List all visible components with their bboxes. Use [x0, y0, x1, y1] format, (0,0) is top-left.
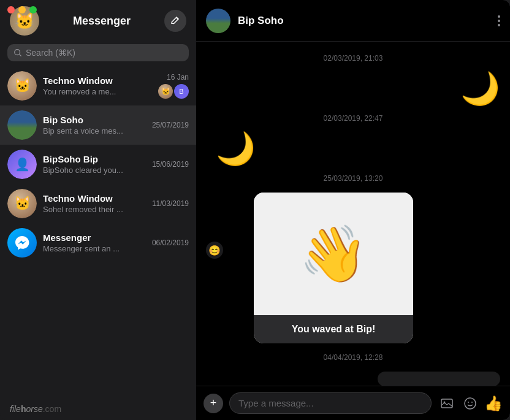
emoji-message: 🌙 [216, 132, 256, 164]
conv-meta: 06/02/2019 [152, 239, 189, 247]
conv-name: BipSoho Bip [43, 154, 146, 164]
chat-header-avatar [206, 9, 230, 33]
conv-content: BipSoho Bip BipSoho cleared you... [43, 154, 146, 175]
conv-name: Techno Window [43, 75, 152, 86]
conv-preview: BipSoho cleared you... [43, 166, 146, 175]
chat-input-actions: 👍 [438, 394, 503, 413]
close-button[interactable] [7, 6, 15, 13]
partial-message [378, 372, 500, 386]
conv-time: 25/07/2019 [152, 121, 189, 129]
conv-name: Messenger [43, 232, 146, 243]
emoji-message: 🌙 [460, 72, 500, 104]
wave-emoji: 👋 [254, 193, 413, 315]
chat-area: Bip Soho 02/03/2019, 21:03 🌙 02/03/2019,… [196, 0, 510, 420]
more-dot [498, 20, 500, 22]
conv-meta: 11/03/2019 [152, 199, 189, 208]
conv-avatar: 🐱 [7, 189, 37, 218]
conv-time: 11/03/2019 [152, 199, 189, 208]
message-row: 🌙 [206, 132, 500, 164]
add-button[interactable]: + [204, 394, 223, 413]
chat-messages: 02/03/2019, 21:03 🌙 02/03/2019, 22:47 🌙 … [196, 42, 510, 386]
conv-avatar [7, 228, 37, 258]
svg-rect-1 [441, 399, 452, 408]
conv-avatar [7, 110, 37, 140]
message-row: 🌙 [206, 72, 500, 104]
wave-card: 👋 You waved at Bip! [254, 193, 413, 343]
conv-preview: Messenger sent an ... [43, 244, 146, 253]
conv-content: Techno Window Sohel removed their ... [43, 193, 146, 214]
minimize-button[interactable] [18, 6, 26, 13]
conv-meta: 16 Jan 🐱 B [158, 73, 189, 99]
compose-button[interactable] [164, 10, 186, 32]
message-timestamp: 04/04/2019, 12:28 [206, 353, 500, 362]
conv-preview: Bip sent a voice mes... [43, 126, 146, 136]
conv-preview: Sohel removed their ... [43, 205, 146, 214]
sidebar: 🐱 Messenger 🐱 [0, 0, 196, 420]
conv-content: Messenger Messenger sent an ... [43, 232, 146, 253]
sidebar-title: Messenger [39, 15, 164, 28]
sidebar-footer: filehorse.com [0, 398, 196, 420]
search-input[interactable] [26, 48, 183, 58]
more-options-button[interactable] [498, 15, 500, 26]
conv-time: 06/02/2019 [152, 239, 189, 247]
message-timestamp: 25/03/2019, 13:20 [206, 174, 500, 183]
svg-point-5 [471, 402, 473, 403]
list-item[interactable]: 🐱 Techno Window Sohel removed their ... … [0, 184, 196, 223]
svg-point-4 [468, 402, 469, 403]
conv-content: Bip Soho Bip sent a voice mes... [43, 115, 146, 136]
list-item-active[interactable]: Bip Soho Bip sent a voice mes... 25/07/2… [0, 105, 196, 145]
svg-point-3 [465, 398, 476, 409]
list-item[interactable]: 👤 BipSoho Bip BipSoho cleared you... 15/… [0, 145, 196, 184]
conv-name: Techno Window [43, 193, 146, 204]
more-dot [498, 24, 500, 26]
more-dot [498, 15, 500, 18]
emoji-button[interactable] [461, 394, 479, 413]
message-row [206, 372, 500, 386]
like-button[interactable]: 👍 [484, 394, 503, 413]
conv-name: Bip Soho [43, 115, 146, 125]
conv-avatar: 👤 [7, 150, 37, 179]
conv-time: 15/06/2019 [152, 160, 189, 169]
chat-contact-name: Bip Soho [238, 15, 490, 27]
gif-button[interactable] [438, 394, 456, 413]
conv-preview: You removed a me... [43, 87, 152, 96]
conv-time: 16 Jan [167, 73, 189, 82]
fullscreen-button[interactable] [29, 6, 37, 13]
search-bar[interactable] [7, 44, 189, 61]
conv-avatar: 🐱 [7, 71, 37, 101]
traffic-lights [0, 0, 44, 20]
filehorse-logo: filehorse.com [10, 404, 61, 414]
chat-input-area: + [196, 386, 510, 420]
message-input[interactable] [229, 392, 432, 414]
message-timestamp: 02/03/2019, 21:03 [206, 54, 500, 63]
list-item[interactable]: 🐱 Techno Window You removed a me... 16 J… [0, 66, 196, 105]
message-timestamp: 02/03/2019, 22:47 [206, 114, 500, 123]
conv-meta: 15/06/2019 [152, 160, 189, 169]
message-row: 😊 👋 You waved at Bip! [206, 193, 500, 343]
wave-label: You waved at Bip! [254, 315, 413, 343]
conversation-list: 🐱 Techno Window You removed a me... 16 J… [0, 66, 196, 398]
chat-header: Bip Soho [196, 0, 510, 42]
list-item[interactable]: Messenger Messenger sent an ... 06/02/20… [0, 223, 196, 262]
conv-content: Techno Window You removed a me... [43, 75, 152, 96]
conv-meta: 25/07/2019 [152, 121, 189, 129]
emoji-react-button[interactable]: 😊 [206, 242, 223, 259]
